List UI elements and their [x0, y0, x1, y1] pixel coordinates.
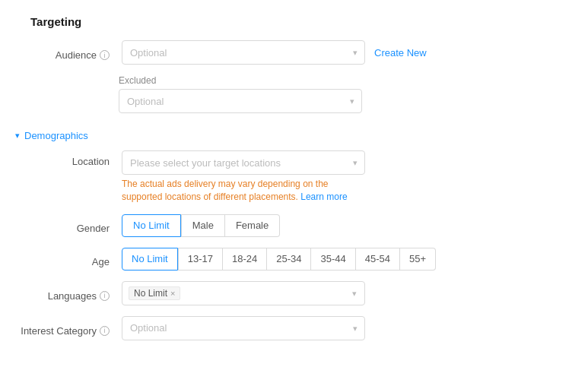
learn-more-link[interactable]: Learn more: [300, 191, 347, 202]
interest-category-info-icon[interactable]: i: [100, 326, 110, 336]
audience-label: Audience i: [15, 44, 122, 61]
interest-category-select-wrapper: Optional ▾: [122, 316, 365, 340]
languages-label: Languages i: [15, 285, 122, 302]
age-button-group: No Limit 13-17 18-24 25-34 35-44 45-54 5…: [122, 248, 436, 271]
audience-select[interactable]: Optional: [122, 40, 365, 65]
languages-tag-close[interactable]: ×: [170, 289, 175, 298]
excluded-label: Excluded: [119, 75, 588, 86]
age-35-44-button[interactable]: 35-44: [311, 248, 355, 271]
audience-select-wrapper: Optional ▾: [122, 40, 365, 65]
demographics-header[interactable]: ▾ Demographics: [0, 124, 588, 147]
languages-select[interactable]: No Limit × ▾: [122, 281, 365, 305]
age-label: Age: [15, 251, 122, 267]
audience-info-icon[interactable]: i: [100, 50, 110, 60]
age-13-17-button[interactable]: 13-17: [178, 248, 223, 271]
gender-no-limit-button[interactable]: No Limit: [122, 214, 181, 237]
excluded-select[interactable]: Optional: [119, 89, 362, 113]
languages-control: No Limit × ▾: [122, 281, 365, 305]
excluded-select-wrapper: Optional ▾: [119, 89, 362, 113]
demographics-title: Demographics: [24, 130, 88, 141]
gender-female-button[interactable]: Female: [225, 214, 280, 237]
location-control: Please select your target locations ▾ Th…: [122, 150, 365, 204]
location-select-wrapper: Please select your target locations ▾: [122, 150, 365, 175]
gender-label: Gender: [15, 217, 122, 234]
location-label: Location: [15, 150, 122, 167]
languages-chevron-icon: ▾: [352, 288, 357, 298]
gender-male-button[interactable]: Male: [181, 214, 225, 237]
age-no-limit-button[interactable]: No Limit: [122, 248, 178, 271]
age-45-54-button[interactable]: 45-54: [356, 248, 400, 271]
languages-info-icon[interactable]: i: [100, 291, 110, 301]
age-18-24-button[interactable]: 18-24: [223, 248, 267, 271]
demographics-arrow-icon: ▾: [15, 131, 20, 141]
interest-category-label: Interest Category i: [15, 320, 122, 337]
location-select[interactable]: Please select your target locations: [122, 150, 365, 175]
interest-category-control: Optional ▾: [122, 316, 365, 340]
location-hint: The actual ads delivery may vary dependi…: [122, 178, 365, 204]
languages-tag: No Limit ×: [129, 286, 180, 300]
excluded-block: Excluded Optional ▾: [119, 75, 588, 113]
interest-category-select[interactable]: Optional: [122, 316, 365, 340]
age-25-34-button[interactable]: 25-34: [267, 248, 311, 271]
page-title: Targeting: [15, 15, 573, 40]
age-55-plus-button[interactable]: 55+: [400, 248, 436, 271]
gender-button-group: No Limit Male Female: [122, 214, 280, 237]
create-new-link[interactable]: Create New: [374, 47, 427, 59]
